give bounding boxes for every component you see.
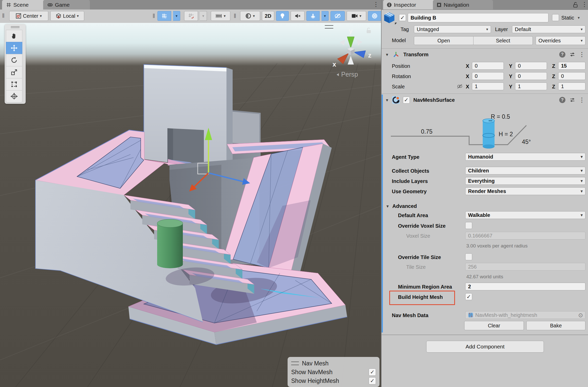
gamepad-icon: [47, 3, 53, 7]
override-voxel-size-checkbox[interactable]: [465, 222, 472, 229]
view-orientation-gizmo[interactable]: y x z: [328, 25, 378, 69]
rect-tool-button[interactable]: [6, 78, 22, 90]
inspector-menu-icon[interactable]: ⋮: [581, 1, 587, 7]
navmeshsurface-presets-icon[interactable]: [570, 97, 575, 103]
scale-z-field[interactable]: 1: [558, 82, 585, 90]
clear-button[interactable]: Clear: [464, 321, 524, 330]
navmesh-overlay-handle[interactable]: [291, 362, 299, 365]
rotation-x-field[interactable]: 0: [472, 72, 504, 80]
add-component-button[interactable]: Add Component: [426, 341, 544, 353]
tab-scene[interactable]: Scene: [2, 0, 49, 10]
show-heightmesh-label: Show HeightMesh: [291, 377, 339, 384]
camera-preview-button[interactable]: ▾: [347, 11, 366, 21]
rotation-y-field[interactable]: 0: [515, 72, 547, 80]
static-checkbox[interactable]: [552, 14, 559, 21]
toolbar-drag-handle-2[interactable]: ‖: [153, 12, 156, 20]
orientation-mode-button[interactable]: Local ▾: [50, 11, 84, 21]
tools-drag-handle[interactable]: [11, 26, 20, 28]
tab-inspector[interactable]: Inspector: [383, 0, 439, 10]
agent-type-dropdown[interactable]: Humanoid▾: [465, 153, 585, 161]
minimum-region-area-label: Minimum Region Area: [398, 284, 452, 290]
override-tile-size-checkbox[interactable]: [465, 253, 472, 260]
tab-navigation[interactable]: Navigation: [433, 0, 493, 10]
toolbar-drag-handle[interactable]: ‖: [2, 12, 5, 19]
tile-size-field: 256: [465, 263, 585, 271]
navmeshsurface-header[interactable]: ▼ ✓ NavMeshSurface ? ⋮: [382, 95, 588, 105]
prefab-cube-icon[interactable]: [384, 12, 397, 26]
move-tool-button[interactable]: [6, 42, 22, 54]
gameobject-name-field[interactable]: Building B: [408, 13, 548, 22]
scene-tab-menu-icon[interactable]: ⋮: [373, 1, 379, 7]
navmeshsurface-menu-icon[interactable]: ⋮: [579, 97, 585, 103]
snap-toggle-button[interactable]: [184, 11, 198, 21]
minimum-region-area-field[interactable]: 2: [465, 283, 585, 290]
model-select-button[interactable]: Select: [473, 36, 533, 45]
nav-mesh-data-field[interactable]: NavMesh-with_heightmesh: [465, 311, 585, 319]
view-tool-button[interactable]: [6, 30, 22, 42]
effects-toggle-button[interactable]: [306, 11, 320, 21]
scene-camera-settings-button[interactable]: [368, 11, 381, 21]
position-x-field[interactable]: 0: [472, 62, 504, 70]
2d-toggle-button[interactable]: 2D: [262, 11, 274, 21]
transform-menu-icon[interactable]: ⋮: [579, 51, 585, 58]
show-heightmesh-checkbox[interactable]: ✓: [369, 377, 376, 384]
navmeshsurface-title: NavMeshSurface: [413, 97, 455, 103]
static-label: Static: [561, 15, 574, 21]
projection-mode-label[interactable]: ◄ Persp: [335, 71, 358, 78]
navmesh-asset-icon: [468, 312, 473, 318]
navmeshsurface-foldout-icon[interactable]: ▼: [385, 98, 389, 102]
tag-dropdown[interactable]: Untagged▾: [414, 25, 491, 33]
gizmo-visibility-button[interactable]: [330, 11, 345, 21]
transform-foldout-icon[interactable]: ▼: [385, 52, 389, 57]
navmeshsurface-help-icon[interactable]: ?: [559, 97, 565, 103]
grid-icon: Y: [161, 13, 167, 19]
effects-dropdown[interactable]: ▾: [321, 11, 329, 21]
default-area-dropdown[interactable]: Walkable▾: [465, 211, 585, 219]
audio-toggle-button[interactable]: [291, 11, 305, 21]
position-z-field[interactable]: 15: [558, 62, 585, 70]
gizmo-x-label[interactable]: x: [333, 60, 336, 68]
grid-visibility-button[interactable]: Y: [157, 11, 171, 21]
layer-dropdown[interactable]: Default▾: [512, 25, 585, 33]
collect-objects-dropdown[interactable]: Children▾: [465, 167, 585, 174]
show-navmesh-checkbox[interactable]: ✓: [369, 368, 376, 376]
use-geometry-dropdown[interactable]: Render Meshes▾: [465, 187, 585, 195]
scale-link-icon[interactable]: [457, 83, 463, 89]
advanced-foldout-icon[interactable]: ▼: [386, 204, 390, 208]
gizmo-z-label[interactable]: z: [368, 51, 372, 59]
grid-dropdown[interactable]: ▾: [173, 11, 180, 21]
tab-game[interactable]: Game: [43, 0, 90, 10]
object-picker-icon[interactable]: ⊙: [578, 312, 583, 319]
layer-label: Layer: [495, 26, 508, 32]
include-layers-dropdown[interactable]: Everything▾: [465, 177, 585, 185]
snap-increment-button[interactable]: ▾: [211, 11, 230, 21]
gizmo-y-label[interactable]: y: [349, 27, 353, 35]
gizmo-lock-icon[interactable]: [367, 28, 371, 33]
scale-x-field[interactable]: 1: [472, 82, 504, 90]
bake-button[interactable]: Bake: [526, 321, 585, 330]
transform-tool-button[interactable]: [6, 90, 22, 103]
transform-header[interactable]: ▼ Transform ? ⋮: [382, 50, 588, 59]
snap-dropdown[interactable]: ▾: [200, 11, 207, 21]
build-height-mesh-checkbox[interactable]: ✓: [465, 293, 472, 300]
rotation-z-field[interactable]: 0: [558, 72, 585, 80]
lighting-toggle-button[interactable]: [276, 11, 289, 21]
static-dropdown-icon[interactable]: ▾: [578, 15, 580, 20]
gameobject-active-checkbox[interactable]: ✓: [399, 14, 406, 21]
navmeshsurface-enabled-checkbox[interactable]: ✓: [403, 97, 410, 104]
show-navmesh-label: Show NavMesh: [291, 369, 333, 376]
model-open-button[interactable]: Open: [414, 36, 473, 45]
scene-viewport[interactable]: y x z ◄ Persp Nav Mesh Show NavMesh ✓ Sh…: [0, 23, 381, 387]
overrides-dropdown[interactable]: Overrides▾: [536, 36, 585, 45]
transform-presets-icon[interactable]: [570, 52, 575, 57]
transform-help-icon[interactable]: ?: [559, 51, 565, 58]
rotate-tool-button[interactable]: [6, 54, 22, 66]
draw-mode-button[interactable]: ▾: [240, 11, 260, 21]
lock-icon[interactable]: [573, 2, 578, 8]
scene-tools-overlay: [5, 24, 26, 104]
toolbar-drag-handle-3[interactable]: ‖: [234, 12, 237, 20]
scale-y-field[interactable]: 1: [515, 82, 547, 90]
scale-tool-button[interactable]: [6, 66, 22, 78]
position-y-field[interactable]: 0: [515, 62, 547, 70]
pivot-mode-button[interactable]: Center ▾: [9, 11, 48, 21]
